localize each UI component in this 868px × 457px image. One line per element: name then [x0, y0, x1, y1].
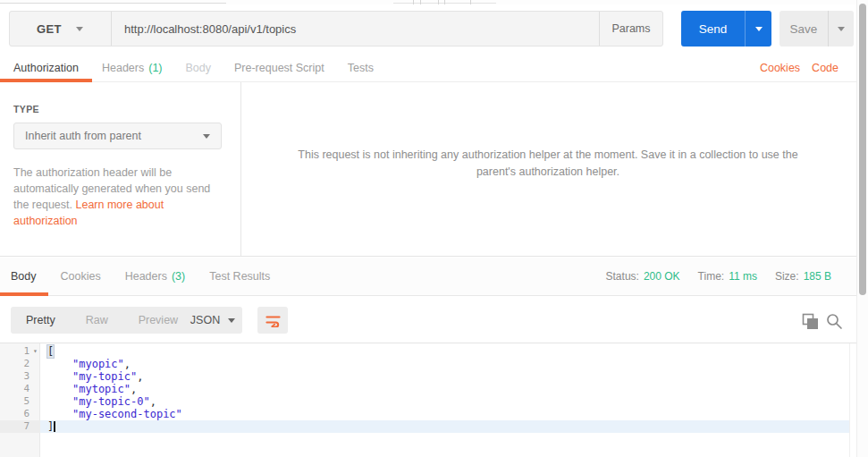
code-line: 6 "my-second-topic" — [0, 408, 849, 420]
line-number: 1 — [0, 345, 29, 358]
response-tab-body[interactable]: Body — [11, 258, 37, 295]
auth-help-text: The authorization header will be automat… — [13, 165, 226, 229]
view-mode-pretty[interactable]: Pretty — [11, 314, 71, 326]
workspace-tabstrip — [0, 0, 856, 4]
tab-headers[interactable]: Headers (1) — [102, 54, 163, 81]
code-line: 5 "my-topic-0", — [0, 395, 849, 408]
headers-count-badge: (1) — [148, 62, 162, 74]
line-number: 5 — [0, 395, 29, 408]
tabstrip-tick — [420, 0, 421, 4]
size-value: 185 B — [804, 270, 831, 283]
request-bar: GET http://localhost:8080/api/v1/topics … — [9, 11, 854, 47]
response-tabs-row: Body Cookies Headers (3) Test Results St… — [0, 258, 856, 296]
line-number: 3 — [0, 370, 29, 383]
method-label: GET — [37, 22, 62, 36]
tab-body[interactable]: Body — [186, 54, 212, 81]
authorization-panel: TYPE Inherit auth from parent The author… — [0, 82, 868, 257]
send-options-button[interactable] — [745, 11, 771, 47]
chevron-down-icon — [76, 27, 83, 31]
response-tab-headers[interactable]: Headers (3) — [125, 258, 186, 295]
json-string: "my-topic" — [72, 370, 137, 383]
text-cursor — [54, 421, 55, 432]
response-status-bar: Status: 200 OK Time: 11 ms Size: 185 B — [606, 258, 831, 295]
view-mode-raw[interactable]: Raw — [71, 314, 123, 326]
tabstrip-tick — [413, 0, 414, 4]
code-link[interactable]: Code — [812, 62, 839, 74]
auth-type-select[interactable]: Inherit auth from parent — [13, 123, 222, 149]
code-line: 3 "my-topic", — [0, 370, 849, 383]
fold-caret-icon[interactable]: ▾ — [33, 345, 38, 358]
send-button-group: Send — [681, 11, 771, 47]
chevron-down-icon — [755, 27, 763, 31]
json-comma: , — [137, 370, 143, 383]
json-comma: , — [124, 358, 131, 370]
send-button[interactable]: Send — [681, 11, 745, 47]
tab-tests[interactable]: Tests — [348, 54, 374, 81]
chevron-down-icon — [838, 27, 845, 31]
method-select[interactable]: GET — [10, 12, 112, 46]
json-string: "my-topic-0" — [72, 395, 150, 408]
view-mode-segmented-control: Pretty Raw Preview — [11, 307, 193, 334]
vertical-scrollbar[interactable] — [856, 0, 868, 457]
search-response-button[interactable] — [826, 313, 843, 334]
time-value: 11 ms — [729, 270, 757, 283]
tabstrip-tick — [444, 0, 445, 4]
json-string: "my-second-topic" — [72, 408, 182, 420]
request-tabs: Authorization Headers (1) Body Pre-reque… — [0, 54, 856, 82]
language-value: JSON — [190, 314, 220, 326]
params-button[interactable]: Params — [599, 12, 662, 46]
code-line-active: 7 ] — [0, 420, 849, 433]
status-value: 200 OK — [644, 270, 680, 283]
line-number: 7 — [0, 420, 29, 433]
line-number: 2 — [0, 358, 29, 370]
editor-right-border — [849, 343, 850, 457]
bracket-open: [ — [47, 345, 54, 358]
code-line: 1 ▾ [ — [0, 345, 849, 358]
auth-type-panel: TYPE Inherit auth from parent The author… — [0, 82, 241, 256]
copy-icon — [802, 313, 819, 330]
code-line: 4 "mytopic", — [0, 383, 849, 395]
tabstrip-tick — [470, 0, 471, 4]
cookies-link[interactable]: Cookies — [760, 62, 800, 74]
save-button[interactable]: Save — [780, 11, 828, 47]
tab-prerequest-script[interactable]: Pre-request Script — [234, 54, 324, 81]
json-comma: , — [150, 395, 156, 408]
chevron-down-icon — [203, 134, 210, 139]
copy-response-button[interactable] — [802, 313, 819, 334]
size-label: Size: — [775, 270, 799, 283]
save-options-button[interactable] — [828, 11, 854, 47]
status-label: Status: — [606, 270, 639, 283]
search-icon — [826, 313, 843, 330]
auth-parent-message: This request is not inheriting any autho… — [259, 147, 837, 181]
response-body-editor[interactable]: 1 ▾ [ 2 "myopic", 3 "my-topic", 4 "mytop… — [0, 343, 856, 457]
time-label: Time: — [698, 270, 725, 283]
url-group: GET http://localhost:8080/api/v1/topics … — [9, 11, 663, 47]
json-string: "myopic" — [72, 358, 124, 370]
url-value: http://localhost:8080/api/v1/topics — [124, 22, 296, 36]
chevron-down-icon — [228, 318, 235, 323]
wrap-text-icon — [265, 314, 281, 327]
json-comma: , — [131, 383, 137, 395]
auth-type-value: Inherit auth from parent — [25, 130, 141, 142]
response-tab-test-results[interactable]: Test Results — [209, 258, 270, 295]
auth-type-label: TYPE — [13, 104, 227, 114]
response-tab-cookies[interactable]: Cookies — [61, 258, 101, 295]
line-number: 4 — [0, 383, 29, 395]
code-line: 2 "myopic", — [0, 358, 849, 370]
tabstrip-tick — [438, 0, 439, 4]
scrollbar-thumb[interactable] — [859, 4, 866, 295]
response-headers-count-badge: (3) — [172, 270, 185, 283]
tabstrip-divider — [0, 3, 226, 4]
response-view-toolbar: Pretty Raw Preview JSON — [0, 296, 856, 343]
bracket-close: ] — [47, 420, 54, 433]
language-select[interactable]: JSON — [183, 307, 242, 334]
line-number: 6 — [0, 408, 29, 420]
wrap-text-button[interactable] — [257, 307, 288, 334]
tab-authorization[interactable]: Authorization — [13, 54, 79, 81]
save-button-group: Save — [780, 11, 854, 47]
json-string: "mytopic" — [72, 383, 131, 395]
url-input[interactable]: http://localhost:8080/api/v1/topics — [112, 12, 599, 46]
